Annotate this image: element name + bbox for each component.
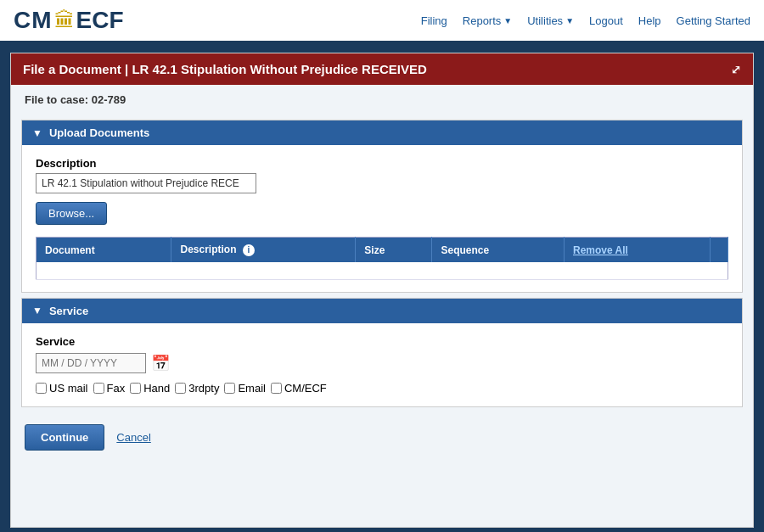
checkbox-3rdpty: 3rdpty bbox=[175, 382, 219, 395]
nav-utilities-arrow-icon: ▼ bbox=[565, 16, 574, 25]
table-header-row: Document Description i Size Sequence bbox=[37, 238, 728, 263]
nav-getting-started[interactable]: Getting Started bbox=[677, 14, 750, 27]
nav-reports-dropdown[interactable]: Reports ▼ bbox=[463, 14, 512, 27]
description-input[interactable] bbox=[36, 173, 256, 193]
browse-button[interactable]: Browse... bbox=[36, 202, 107, 225]
col-sequence: Sequence bbox=[432, 238, 565, 263]
title-bar: File a Document | LR 42.1 Stipulation Wi… bbox=[11, 53, 753, 85]
nav-help[interactable]: Help bbox=[638, 14, 661, 27]
col-extra bbox=[711, 238, 728, 263]
table-empty-row bbox=[37, 262, 728, 279]
upload-section: ▼ Upload Documents Description Browse...… bbox=[21, 120, 743, 293]
page-title: File a Document | LR 42.1 Stipulation Wi… bbox=[23, 62, 427, 76]
cmecf-checkbox[interactable] bbox=[271, 383, 282, 394]
nav-reports-arrow-icon: ▼ bbox=[503, 16, 512, 25]
checkbox-email: Email bbox=[224, 382, 266, 395]
checkbox-cmecf: CM/ECF bbox=[271, 382, 327, 395]
hand-label[interactable]: Hand bbox=[143, 382, 170, 395]
file-case-value: 02-789 bbox=[92, 93, 126, 106]
hand-checkbox[interactable] bbox=[130, 383, 141, 394]
us-mail-label[interactable]: US mail bbox=[49, 382, 88, 395]
upload-section-body: Description Browse... Document Descripti… bbox=[22, 145, 742, 292]
service-section-body: Service 📅 US mail Fax Hand bbox=[22, 323, 742, 406]
logo-building-icon: 🏛 bbox=[54, 8, 75, 32]
expand-icon[interactable]: ⤢ bbox=[731, 63, 741, 76]
remove-all-link[interactable]: Remove All bbox=[573, 244, 628, 256]
col-remove-all: Remove All bbox=[564, 238, 710, 263]
nav-links: Filing Reports ▼ Utilities ▼ Logout Help… bbox=[421, 14, 750, 27]
service-section-header: ▼ Service bbox=[22, 299, 742, 323]
nav-utilities-dropdown[interactable]: Utilities ▼ bbox=[527, 14, 574, 27]
file-case-label: File to case: bbox=[25, 93, 88, 106]
email-label[interactable]: Email bbox=[238, 382, 266, 395]
3rdpty-label[interactable]: 3rdpty bbox=[188, 382, 219, 395]
service-label: Service bbox=[36, 335, 728, 348]
logo-cm-text: CM bbox=[14, 7, 53, 34]
calendar-icon[interactable]: 📅 bbox=[151, 354, 170, 372]
us-mail-checkbox[interactable] bbox=[36, 383, 47, 394]
document-table: Document Description i Size Sequence bbox=[36, 237, 728, 280]
col-document: Document bbox=[37, 238, 171, 263]
nav-reports-label: Reports bbox=[463, 14, 502, 27]
description-info-icon[interactable]: i bbox=[243, 244, 255, 256]
upload-section-title: Upload Documents bbox=[49, 126, 149, 139]
col-size: Size bbox=[356, 238, 432, 263]
nav-filing[interactable]: Filing bbox=[421, 14, 447, 27]
top-nav: CM 🏛 ECF Filing Reports ▼ Utilities ▼ Lo… bbox=[0, 0, 764, 42]
description-label: Description bbox=[36, 157, 728, 170]
main-wrapper: File a Document | LR 42.1 Stipulation Wi… bbox=[10, 53, 754, 528]
logo: CM 🏛 ECF bbox=[14, 7, 124, 34]
service-section: ▼ Service Service 📅 US mail Fax bbox=[21, 298, 743, 407]
cancel-link[interactable]: Cancel bbox=[116, 431, 150, 444]
service-date-input[interactable] bbox=[36, 353, 146, 373]
continue-button[interactable]: Continue bbox=[25, 424, 104, 451]
email-checkbox[interactable] bbox=[224, 383, 235, 394]
upload-section-header: ▼ Upload Documents bbox=[22, 120, 742, 145]
logo-ecf-text: ECF bbox=[76, 7, 124, 34]
checkbox-fax: Fax bbox=[93, 382, 126, 395]
upload-collapse-arrow-icon[interactable]: ▼ bbox=[32, 127, 42, 139]
table-empty-cell bbox=[37, 262, 728, 279]
date-field-row: 📅 bbox=[36, 353, 728, 373]
cmecf-label[interactable]: CM/ECF bbox=[284, 382, 327, 395]
nav-utilities-label: Utilities bbox=[527, 14, 563, 27]
fax-checkbox[interactable] bbox=[93, 383, 104, 394]
3rdpty-checkbox[interactable] bbox=[175, 383, 186, 394]
fax-label[interactable]: Fax bbox=[107, 382, 126, 395]
nav-logout[interactable]: Logout bbox=[589, 14, 623, 27]
bottom-bar: Continue Cancel bbox=[11, 412, 753, 462]
service-collapse-arrow-icon[interactable]: ▼ bbox=[32, 305, 42, 316]
checkbox-us-mail: US mail bbox=[36, 382, 88, 395]
file-case-section: File to case: 02-789 bbox=[11, 85, 753, 115]
checkbox-hand: Hand bbox=[130, 382, 170, 395]
col-description: Description i bbox=[171, 238, 356, 263]
service-section-title: Service bbox=[49, 305, 88, 317]
service-checkboxes-row: US mail Fax Hand 3rdpty Email bbox=[36, 382, 728, 395]
